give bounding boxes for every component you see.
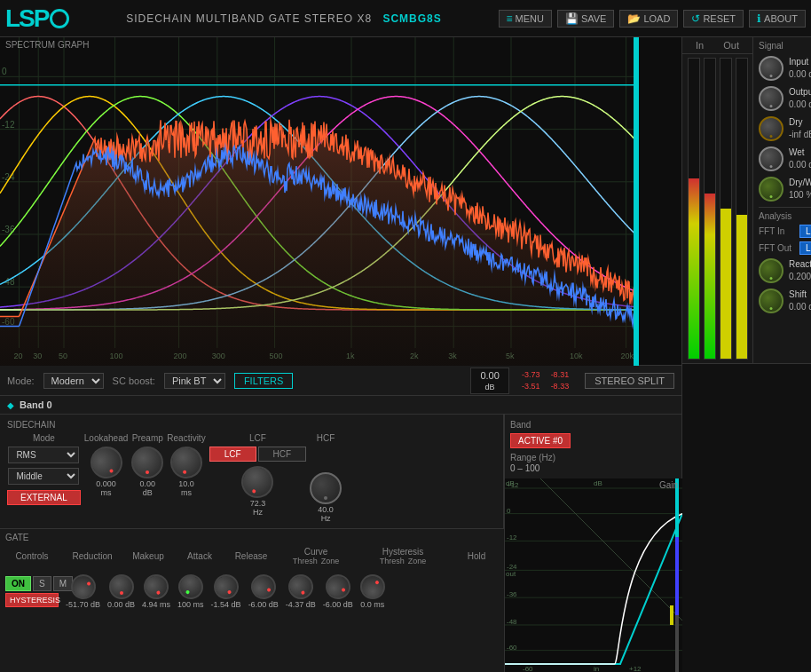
in-label: In bbox=[696, 40, 704, 51]
meter-out-left bbox=[720, 58, 732, 360]
hyst-zone-val: -6.00 dB bbox=[323, 600, 353, 609]
knob-dot bbox=[770, 135, 773, 138]
hysteresis-button[interactable]: HYSTERESIS bbox=[5, 593, 59, 607]
knob-dot bbox=[266, 588, 271, 592]
signal-drywet-row: Dry/Wet 100 % bbox=[759, 177, 811, 202]
sc-boost-select[interactable]: Pink BT None bbox=[164, 373, 225, 389]
sc-lookahead-knob[interactable] bbox=[84, 440, 128, 484]
input-val: 0.00 dB bbox=[789, 68, 811, 81]
analysis-shift-info: Shift 0.00 dB bbox=[789, 289, 811, 313]
output-knob[interactable] bbox=[759, 86, 783, 111]
reduction-col: -51.70 dB bbox=[66, 574, 100, 609]
sc-hcf-knob-wrap: 40.0Hz bbox=[310, 472, 342, 523]
release-knob[interactable] bbox=[174, 570, 208, 604]
gain-graph: Gain bbox=[505, 478, 681, 672]
hyst-zone-knob[interactable] bbox=[321, 570, 355, 604]
release-col: 100 ms bbox=[177, 574, 204, 609]
wet-knob[interactable] bbox=[759, 146, 783, 171]
signal-title: Signal bbox=[759, 41, 811, 51]
analysis-reactivity-knob[interactable] bbox=[759, 258, 783, 283]
knob-dot bbox=[770, 75, 773, 77]
active-band-button[interactable]: ACTIVE #0 bbox=[510, 433, 571, 448]
sc-boost-label: SC boost: bbox=[113, 376, 155, 386]
input-knob[interactable] bbox=[759, 56, 783, 81]
sc-preamp-knob-wrap: 0.00dB bbox=[131, 447, 163, 497]
mode-bar: Mode: Modern Classic SC boost: Pink BT N… bbox=[0, 366, 681, 396]
sc-lcf-knob[interactable] bbox=[237, 462, 278, 502]
makeup-knob[interactable] bbox=[109, 574, 134, 599]
about-button[interactable]: ℹABOUT bbox=[749, 10, 806, 28]
analysis-reactivity-info: Reactivity 0.200 ms bbox=[789, 258, 811, 283]
hcf-inactive-button[interactable]: HCF bbox=[258, 447, 307, 462]
curve-thresh-val: -1.54 dB bbox=[211, 600, 241, 609]
sc-reactivity-col: Reactivity 10.0ms bbox=[167, 433, 205, 497]
stereo-split-button[interactable]: STEREO SPLIT bbox=[585, 373, 674, 389]
hold-knob[interactable] bbox=[355, 569, 390, 605]
sc-mode-col: Mode RMS Peak Middle Side EXTERNAL bbox=[7, 433, 81, 505]
on-button[interactable]: ON bbox=[5, 576, 31, 591]
attack-knob[interactable] bbox=[140, 571, 172, 603]
sc-channel-select[interactable]: Middle Side bbox=[8, 468, 79, 485]
external-button[interactable]: EXTERNAL bbox=[7, 490, 81, 505]
reduction-val: -51.70 dB bbox=[66, 600, 100, 609]
attack-col: 4.94 ms bbox=[142, 574, 170, 609]
sc-hcf-header: HCF bbox=[317, 433, 335, 443]
dry-knob[interactable] bbox=[759, 116, 783, 141]
sc-mode-select[interactable]: RMS Peak bbox=[8, 447, 79, 463]
meter-out-right bbox=[736, 58, 748, 360]
menu-button[interactable]: ≡MENU bbox=[499, 10, 552, 28]
knob-dot bbox=[252, 489, 256, 494]
meter-in-right-fill bbox=[705, 194, 715, 359]
hyst-thresh-knob[interactable] bbox=[285, 571, 317, 603]
hold-label: Hold bbox=[454, 551, 499, 561]
gain-canvas[interactable] bbox=[505, 478, 682, 672]
meter-db-left: -3.73 -3.51 bbox=[522, 369, 540, 391]
hyst-thresh-sublabel: Thresh bbox=[380, 557, 405, 565]
curve-thresh-knob[interactable] bbox=[209, 570, 242, 604]
hyst-zone-col: -6.00 dB bbox=[323, 574, 353, 609]
main-area: SPECTRUM GRAPH Mode: Modern Classic SC b… bbox=[0, 37, 811, 672]
gate-title: Gate bbox=[5, 533, 499, 542]
mode-select[interactable]: Modern Classic bbox=[43, 373, 104, 389]
drywet-knob[interactable] bbox=[759, 177, 783, 202]
spectrum-canvas[interactable] bbox=[0, 37, 639, 366]
range-label: Range (Hz) bbox=[510, 453, 555, 462]
curve-zone-knob[interactable] bbox=[247, 570, 280, 604]
knob-dot bbox=[86, 581, 91, 586]
s-button[interactable]: S bbox=[33, 576, 51, 591]
sc-lcf-val: 72.3Hz bbox=[250, 499, 266, 517]
signal-wet-row: Wet 0.00 dB bbox=[759, 146, 811, 171]
knob-dot bbox=[374, 580, 380, 585]
fft-in-l-button[interactable]: L bbox=[799, 225, 811, 238]
drywet-val: 100 % bbox=[789, 189, 811, 202]
meter-db-right: -8.31 -8.33 bbox=[551, 369, 570, 391]
sc-reactivity-header: Reactivity bbox=[167, 433, 205, 443]
hyst-thresh-knob-wrap: -4.37 dB bbox=[286, 574, 316, 609]
sc-lcf-col: LCF LCF HCF 72.3Hz bbox=[209, 433, 306, 517]
plugin-title: SIDECHAIN MULTIBAND GATE STEREO X8 SCMBG… bbox=[69, 12, 498, 25]
lcf-active-button[interactable]: LCF bbox=[209, 447, 256, 462]
band-ctrl-title: Band bbox=[510, 420, 676, 430]
reset-button[interactable]: ↺RESET bbox=[683, 10, 744, 28]
fft-out-l-button[interactable]: L bbox=[799, 241, 811, 255]
analysis-shift-val: 0.00 dB bbox=[789, 301, 811, 313]
sc-reactivity-knob[interactable] bbox=[168, 444, 205, 481]
knob-dot bbox=[226, 589, 231, 594]
save-button[interactable]: 💾SAVE bbox=[557, 10, 615, 28]
sc-lookahead-header: Lookahead bbox=[84, 433, 129, 443]
meter-section: In Out bbox=[682, 37, 753, 363]
knob-dot bbox=[108, 469, 113, 473]
reduction-knob[interactable] bbox=[66, 570, 99, 604]
attack-label: Attack bbox=[177, 551, 222, 561]
filters-button[interactable]: FILTERS bbox=[234, 373, 293, 389]
load-button[interactable]: 📂LOAD bbox=[619, 10, 678, 28]
reset-icon: ↺ bbox=[691, 12, 700, 25]
sc-preamp-knob[interactable] bbox=[131, 447, 163, 478]
band-arrow-icon[interactable]: ◆ bbox=[7, 400, 14, 410]
fft-in-label: FFT In bbox=[759, 226, 796, 236]
dry-label: Dry bbox=[789, 116, 811, 129]
analysis-shift-knob[interactable] bbox=[759, 289, 783, 313]
release-val: 100 ms bbox=[177, 600, 204, 609]
signal-input-info: Input 0.00 dB bbox=[789, 56, 811, 81]
sc-hcf-knob[interactable] bbox=[310, 472, 342, 504]
